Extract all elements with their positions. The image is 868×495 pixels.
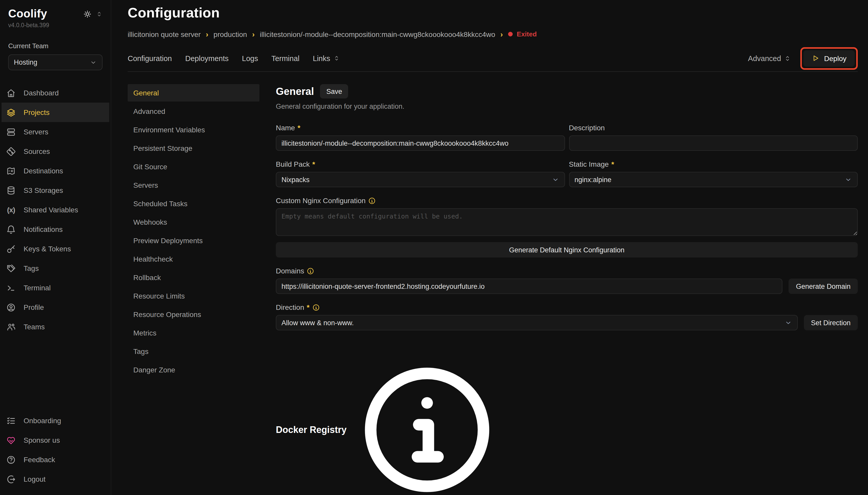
sidebar-item-tags[interactable]: Tags (2, 258, 109, 278)
sidebar-item-label: Profile (23, 303, 44, 311)
sidebar-item-notifications[interactable]: Notifications (2, 220, 109, 239)
tab-label: Deployments (185, 54, 229, 62)
tab-label: Links (313, 54, 330, 62)
tab-deployments[interactable]: Deployments (185, 54, 229, 62)
subnav-label: Servers (133, 181, 158, 189)
sidebar-item-terminal[interactable]: Terminal (2, 278, 109, 297)
general-form: General Save General configuration for y… (276, 84, 858, 495)
subnav-item-servers[interactable]: Servers (128, 176, 260, 194)
sidebar-nav: Dashboard Projects Servers Sources Desti… (0, 83, 111, 337)
general-subtitle: General configuration for your applicati… (276, 103, 858, 110)
deploy-label: Deploy (824, 54, 847, 62)
direction-value: Allow www & non-www. (282, 319, 354, 326)
terminal-icon (6, 283, 16, 293)
theme-chevrons-icon[interactable] (96, 11, 103, 17)
tab-links[interactable]: Links (313, 54, 340, 62)
tab-label: Logs (242, 54, 258, 62)
breadcrumb-separator (500, 30, 503, 38)
subnav-item-scheduled-tasks[interactable]: Scheduled Tasks (128, 195, 260, 212)
build-pack-select[interactable]: Nixpacks (276, 172, 565, 187)
build-pack-value: Nixpacks (282, 176, 310, 183)
app-version: v4.0.0-beta.399 (8, 22, 103, 28)
sidebar-item-onboarding[interactable]: Onboarding (2, 411, 109, 430)
nginx-config-label: Custom Nginx Configuration (276, 197, 858, 205)
sidebar-item-sponsor-us[interactable]: Sponsor us (2, 430, 109, 450)
subnav-item-environment-variables[interactable]: Environment Variables (128, 121, 260, 138)
info-icon[interactable] (350, 353, 504, 495)
status-badge: Exited (508, 30, 537, 38)
subnav-item-healthcheck[interactable]: Healthcheck (128, 250, 260, 268)
tab-logs[interactable]: Logs (242, 54, 258, 62)
chevron-down-icon (845, 176, 852, 183)
sidebar-item-sources[interactable]: Sources (2, 141, 109, 161)
subnav-item-rollback[interactable]: Rollback (128, 269, 260, 286)
help-circle-icon (6, 455, 16, 464)
sidebar-item-shared-variables[interactable]: (x) Shared Variables (2, 200, 109, 220)
subnav-item-metrics[interactable]: Metrics (128, 324, 260, 342)
generate-nginx-button[interactable]: Generate Default Nginx Configuration (276, 242, 858, 257)
sidebar-item-profile[interactable]: Profile (2, 297, 109, 317)
description-input[interactable] (569, 135, 858, 151)
subnav-item-advanced[interactable]: Advanced (128, 103, 260, 120)
subnav-label: Tags (133, 347, 148, 356)
breadcrumb-application[interactable]: illicitestonion/-module--decomposition:m… (260, 30, 495, 38)
tags-icon (6, 263, 16, 273)
subnav-item-danger-zone[interactable]: Danger Zone (128, 361, 260, 379)
subnav-item-preview-deployments[interactable]: Preview Deployments (128, 232, 260, 249)
direction-select[interactable]: Allow www & non-www. (276, 315, 797, 330)
theme-sun-icon[interactable] (83, 10, 92, 18)
deploy-button[interactable]: Deploy (804, 50, 855, 66)
advanced-dropdown[interactable]: Advanced (748, 54, 791, 62)
subnav-label: Preview Deployments (133, 237, 203, 245)
users-icon (6, 322, 16, 331)
generate-domain-button[interactable]: Generate Domain (789, 278, 858, 294)
subnav-label: Danger Zone (133, 366, 175, 374)
subnav-item-general[interactable]: General (128, 84, 260, 102)
sidebar-item-s3-storages[interactable]: S3 Storages (2, 181, 109, 200)
tab-terminal[interactable]: Terminal (271, 54, 300, 62)
subnav-item-git-source[interactable]: Git Source (128, 158, 260, 175)
static-image-value: nginx:alpine (574, 176, 612, 183)
sidebar-item-servers[interactable]: Servers (2, 122, 109, 141)
subnav-item-persistent-storage[interactable]: Persistent Storage (128, 139, 260, 157)
deploy-highlight-annotation: Deploy (801, 47, 858, 69)
subnav-item-tags[interactable]: Tags (128, 343, 260, 360)
server-icon (6, 127, 16, 137)
sidebar-item-feedback[interactable]: Feedback (2, 450, 109, 470)
sidebar-item-destinations[interactable]: Destinations (2, 161, 109, 181)
team-select[interactable]: Hosting (8, 54, 103, 70)
sidebar-item-projects[interactable]: Projects (2, 103, 109, 122)
breadcrumb-project[interactable]: illicitonion quote server (128, 30, 201, 38)
settings-subnav: General Advanced Environment Variables P… (128, 84, 260, 380)
save-button[interactable]: Save (320, 84, 348, 99)
static-image-select[interactable]: nginx:alpine (569, 172, 858, 187)
tab-configuration[interactable]: Configuration (128, 54, 172, 62)
tab-label: Configuration (128, 54, 172, 62)
subnav-item-webhooks[interactable]: Webhooks (128, 214, 260, 231)
info-icon[interactable] (368, 197, 376, 204)
subnav-item-resource-operations[interactable]: Resource Operations (128, 306, 260, 323)
sidebar-item-teams[interactable]: Teams (2, 317, 109, 337)
set-direction-button[interactable]: Set Direction (804, 315, 858, 330)
breadcrumb: illicitonion quote server production ill… (128, 30, 858, 38)
required-asterisk: * (307, 303, 310, 311)
heart-hands-icon (6, 435, 16, 445)
database-icon (6, 185, 16, 195)
nginx-config-textarea[interactable] (276, 208, 858, 236)
sidebar-item-logout[interactable]: Logout (2, 470, 109, 489)
subnav-label: Resource Operations (133, 310, 201, 319)
info-icon[interactable] (312, 303, 320, 311)
name-input[interactable] (276, 135, 565, 151)
info-icon[interactable] (307, 267, 315, 275)
subnav-item-resource-limits[interactable]: Resource Limits (128, 287, 260, 305)
status-dot-icon (508, 32, 513, 36)
checklist-icon (6, 416, 16, 426)
sidebar-footer: Onboarding Sponsor us Feedback Logout (0, 411, 111, 489)
sidebar-item-dashboard[interactable]: Dashboard (2, 83, 109, 103)
domains-input[interactable] (276, 278, 783, 294)
build-pack-label: Build Pack* (276, 160, 565, 168)
page-title: Configuration (128, 5, 858, 21)
chevron-down-icon (784, 319, 792, 326)
sidebar-item-keys-tokens[interactable]: Keys & Tokens (2, 239, 109, 258)
breadcrumb-environment[interactable]: production (214, 30, 247, 38)
